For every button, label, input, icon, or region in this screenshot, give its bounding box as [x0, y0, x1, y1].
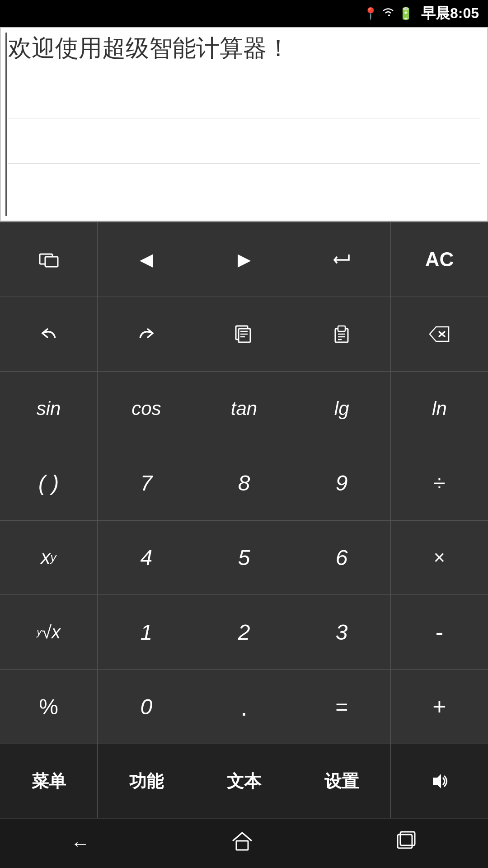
parentheses-button[interactable]: ( ) — [0, 446, 98, 520]
text-button[interactable]: 文本 — [195, 744, 293, 818]
power-button[interactable]: xy — [0, 521, 98, 595]
sin-button[interactable]: sin — [0, 372, 98, 446]
left-button[interactable]: ◀ — [98, 222, 195, 297]
multiply-button[interactable]: × — [391, 521, 488, 595]
redo-button[interactable] — [98, 297, 195, 371]
sound-button[interactable] — [391, 744, 488, 818]
key-9-button[interactable]: 9 — [293, 446, 391, 520]
back-button[interactable]: ← — [57, 828, 103, 859]
ln-button[interactable]: ln — [391, 372, 488, 446]
status-bar: 📍 🔋 早晨8:05 — [0, 0, 488, 27]
tan-button[interactable]: tan — [195, 372, 293, 446]
display-line1: 欢迎使用超级智能计算器！ — [8, 33, 480, 73]
key-6-button[interactable]: 6 — [293, 521, 391, 595]
svg-rect-3 — [239, 329, 250, 342]
display-area[interactable]: 欢迎使用超级智能计算器！ — [0, 27, 488, 222]
key-5-button[interactable]: 5 — [195, 521, 293, 595]
enter-button[interactable] — [293, 222, 391, 297]
subtract-button[interactable]: - — [391, 595, 488, 669]
display-line3 — [8, 118, 480, 164]
paste-button[interactable] — [293, 297, 391, 371]
svg-marker-14 — [433, 774, 441, 788]
decimal-button[interactable]: . — [195, 670, 293, 744]
keyboard: ◀ ▶ AC — [0, 222, 488, 818]
time-display: 早晨8:05 — [421, 4, 479, 24]
divide-button[interactable]: ÷ — [391, 446, 488, 520]
key-2-button[interactable]: 2 — [195, 595, 293, 669]
lg-button[interactable]: lg — [293, 372, 391, 446]
equals-button[interactable]: = — [293, 670, 391, 744]
display-line2 — [8, 73, 480, 118]
key-4-button[interactable]: 4 — [98, 521, 195, 595]
key-3-button[interactable]: 3 — [293, 595, 391, 669]
wifi-icon — [381, 6, 395, 21]
function-button[interactable]: 功能 — [98, 744, 195, 818]
svg-rect-1 — [45, 257, 58, 267]
add-button[interactable]: + — [391, 670, 488, 744]
nav-bar: ← — [0, 818, 488, 868]
undo-button[interactable] — [0, 297, 98, 371]
key-row-5: xy 4 5 6 × — [0, 521, 488, 595]
key-row-2 — [0, 297, 488, 372]
svg-rect-15 — [236, 841, 248, 850]
key-row-8: 菜单 功能 文本 设置 — [0, 744, 488, 818]
cos-button[interactable]: cos — [98, 372, 195, 446]
copy-paste-button[interactable] — [0, 222, 98, 297]
backspace-button[interactable] — [391, 297, 488, 371]
key-row-4: ( ) 7 8 9 ÷ — [0, 446, 488, 521]
root-button[interactable]: y√x — [0, 595, 98, 669]
settings-button[interactable]: 设置 — [293, 744, 391, 818]
svg-rect-8 — [338, 326, 345, 331]
location-icon: 📍 — [363, 7, 378, 21]
display-line4 — [8, 164, 480, 209]
key-row-7: % 0 . = + — [0, 670, 488, 744]
right-button[interactable]: ▶ — [195, 222, 293, 297]
status-icons: 📍 🔋 早晨8:05 — [363, 4, 479, 24]
copy-button[interactable] — [195, 297, 293, 371]
key-row-1: ◀ ▶ AC — [0, 222, 488, 297]
key-row-3: sin cos tan lg ln — [0, 372, 488, 446]
key-0-button[interactable]: 0 — [98, 670, 195, 744]
ac-button[interactable]: AC — [391, 222, 488, 297]
key-8-button[interactable]: 8 — [195, 446, 293, 520]
battery-icon: 🔋 — [399, 7, 413, 21]
key-7-button[interactable]: 7 — [98, 446, 195, 520]
key-row-6: y√x 1 2 3 - — [0, 595, 488, 670]
key-1-button[interactable]: 1 — [98, 595, 195, 669]
home-button[interactable] — [217, 826, 267, 861]
menu-button[interactable]: 菜单 — [0, 744, 98, 818]
recents-button[interactable] — [381, 826, 431, 861]
percent-button[interactable]: % — [0, 670, 98, 744]
